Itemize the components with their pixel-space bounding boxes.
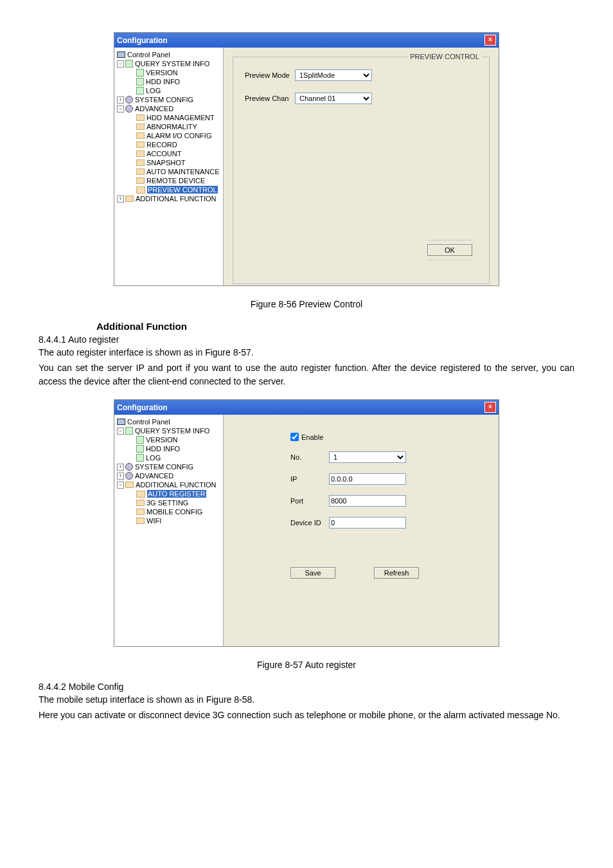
gear-icon — [125, 463, 133, 471]
no-label: No. — [290, 453, 329, 461]
folder-icon — [125, 482, 134, 488]
subsection-1: 8.4.4.1 Auto register — [39, 334, 574, 345]
window-title: Configuration — [117, 403, 168, 412]
tree-hdd-info[interactable]: HDD INFO — [116, 77, 222, 86]
tree-mobile-config[interactable]: MOBILE CONFIG — [116, 507, 222, 516]
section-heading: Additional Function — [96, 321, 574, 332]
minus-icon[interactable]: − — [117, 105, 124, 113]
folder-icon — [136, 509, 145, 515]
no-select[interactable]: 1 — [329, 451, 406, 463]
folder-open-icon — [136, 491, 145, 498]
figure-caption-1: Figure 8-56 Preview Control — [39, 299, 574, 309]
refresh-button[interactable]: Refresh — [374, 567, 419, 579]
folder-icon — [136, 168, 145, 175]
tree-3g-setting[interactable]: 3G SETTING — [116, 498, 222, 507]
doc-icon — [136, 436, 144, 444]
tree-auto-maintenance[interactable]: AUTO MAINTENANCE — [116, 167, 222, 176]
folder-icon — [136, 518, 145, 524]
monitor-icon — [117, 419, 125, 425]
tree-control-panel[interactable]: Control Panel — [116, 50, 222, 59]
tree-log[interactable]: LOG — [116, 453, 222, 462]
tree-record[interactable]: RECORD — [116, 140, 222, 149]
tree-additional-function[interactable]: +ADDITIONAL FUNCTION — [116, 194, 222, 203]
close-icon[interactable]: × — [484, 402, 496, 413]
tree-control-panel[interactable]: Control Panel — [116, 417, 222, 426]
minus-icon[interactable]: − — [117, 60, 124, 68]
window-title: Configuration — [117, 36, 168, 45]
tree-query-system-info[interactable]: −QUERY SYSTEM INFO — [116, 426, 222, 435]
tree-wifi[interactable]: WIFI — [116, 516, 222, 525]
body-text: The auto register interface is shown as … — [39, 346, 574, 360]
tree-hdd-info[interactable]: HDD INFO — [116, 444, 222, 453]
ip-label: IP — [290, 475, 329, 483]
folder-icon — [136, 500, 145, 506]
titlebar: Configuration × — [114, 400, 499, 415]
tree-remote-device[interactable]: REMOTE DEVICE — [116, 176, 222, 185]
save-button[interactable]: Save — [290, 567, 335, 579]
tree-system-config[interactable]: +SYSTEM CONFIG — [116, 462, 222, 471]
doc-icon — [136, 454, 144, 462]
plus-icon[interactable]: + — [117, 473, 124, 480]
preview-chan-select[interactable]: Channel 01 — [295, 93, 372, 104]
folder-open-icon — [136, 186, 145, 194]
gear-icon — [125, 105, 133, 113]
enable-checkbox[interactable] — [290, 433, 299, 441]
folder-icon — [136, 132, 145, 139]
port-input[interactable] — [329, 495, 406, 507]
tree-query-system-info[interactable]: −QUERY SYSTEM INFO — [116, 59, 222, 68]
folder-icon — [136, 141, 145, 148]
tree-version[interactable]: VERSION — [116, 435, 222, 444]
tree-account[interactable]: ACCOUNT — [116, 149, 222, 158]
configuration-window-preview: Configuration × Control Panel −QUERY SYS… — [114, 32, 499, 286]
tree-system-config[interactable]: +SYSTEM CONFIG — [116, 95, 222, 104]
minus-icon[interactable]: − — [117, 482, 124, 489]
folder-icon — [136, 177, 145, 184]
plus-icon[interactable]: + — [117, 96, 124, 104]
right-panel: PREVIEW CONTROL Preview Mode 1SplitMode … — [224, 48, 499, 285]
tree-hdd-management[interactable]: HDD MANAGEMENT — [116, 113, 222, 122]
folder-icon — [136, 123, 145, 130]
doc-icon — [136, 69, 144, 77]
gear-icon — [125, 96, 133, 104]
folder-icon — [136, 150, 145, 157]
preview-chan-label: Preview Chan — [245, 95, 295, 102]
configuration-window-autoregister: Configuration × Control Panel −QUERY SYS… — [114, 399, 499, 647]
plus-icon[interactable]: + — [117, 464, 124, 471]
tree-advanced[interactable]: +ADVANCED — [116, 471, 222, 480]
tree-preview-control[interactable]: PREVIEW CONTROL — [116, 185, 222, 194]
tree-additional-function[interactable]: −ADDITIONAL FUNCTION — [116, 480, 222, 489]
folder-icon — [125, 195, 134, 202]
doc-icon — [136, 445, 144, 453]
titlebar: Configuration × — [114, 33, 499, 48]
body-text: The mobile setup interface is shown as i… — [39, 693, 574, 707]
tree-snapshot[interactable]: SNAPSHOT — [116, 158, 222, 167]
doc-icon — [136, 87, 144, 95]
figure-caption-2: Figure 8-57 Auto register — [39, 660, 574, 670]
close-icon[interactable]: × — [484, 35, 496, 46]
gear-icon — [125, 472, 133, 480]
port-label: Port — [290, 497, 329, 505]
tree-auto-register[interactable]: AUTO REGISTER — [116, 489, 222, 498]
plus-icon[interactable]: + — [117, 195, 124, 203]
tree-abnormality[interactable]: ABNORMALITY — [116, 122, 222, 131]
body-text: You can set the server IP and port if yo… — [39, 361, 574, 389]
tree-log[interactable]: LOG — [116, 86, 222, 95]
tree-panel: Control Panel −QUERY SYSTEM INFO VERSION… — [114, 48, 224, 285]
deviceid-label: Device ID — [290, 519, 329, 527]
doc-icon — [125, 60, 133, 68]
subsection-2: 8.4.4.2 Mobile Config — [39, 682, 574, 692]
preview-mode-label: Preview Mode — [245, 71, 295, 79]
enable-label: Enable — [301, 433, 323, 441]
tree-version[interactable]: VERSION — [116, 68, 222, 77]
tree-advanced[interactable]: −ADVANCED — [116, 104, 222, 113]
preview-control-group: PREVIEW CONTROL Preview Mode 1SplitMode … — [233, 53, 490, 284]
minus-icon[interactable]: − — [117, 428, 124, 435]
ok-button[interactable]: OK — [427, 244, 472, 256]
preview-mode-select[interactable]: 1SplitMode — [295, 69, 372, 81]
monitor-icon — [117, 51, 125, 58]
right-panel: Enable No. 1 IP Port Device ID — [224, 415, 499, 646]
body-text: Here you can activate or disconnect devi… — [39, 709, 574, 723]
tree-alarm-io[interactable]: ALARM I/O CONFIG — [116, 131, 222, 140]
deviceid-input[interactable] — [329, 517, 406, 529]
ip-input[interactable] — [329, 473, 406, 485]
